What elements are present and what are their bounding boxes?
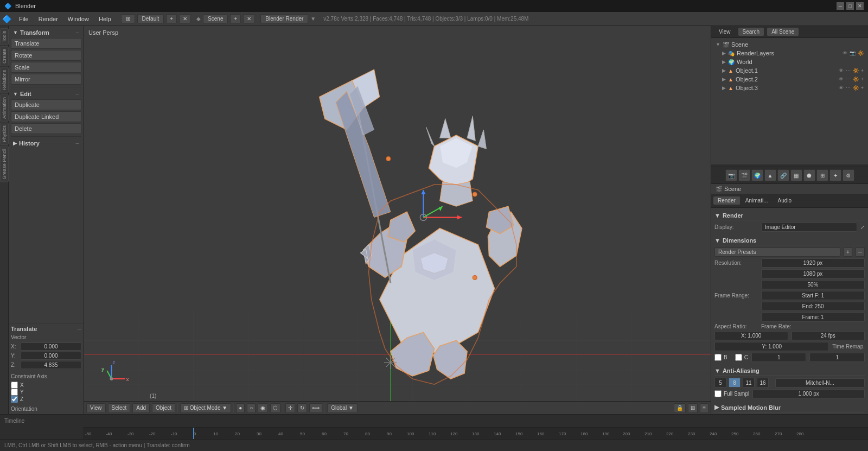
presets-add[interactable]: + bbox=[844, 247, 852, 257]
duplicate-button[interactable]: Duplicate bbox=[11, 99, 81, 110]
prop-icon-material[interactable]: ⬟ bbox=[803, 169, 815, 181]
prop-icon-scene[interactable]: 🎬 bbox=[738, 169, 750, 181]
viewport-shading-button[interactable]: ● bbox=[236, 403, 245, 413]
maximize-button[interactable]: □ bbox=[846, 2, 854, 10]
workspace-add[interactable]: + bbox=[166, 14, 177, 23]
transform-collapse[interactable]: ─ bbox=[76, 30, 79, 35]
full-sample-checkbox[interactable] bbox=[714, 390, 722, 397]
translate-collapse[interactable]: ─ bbox=[78, 326, 81, 332]
rl-camera[interactable]: 📷 bbox=[850, 50, 856, 56]
current-frame-field[interactable]: Frame: 1 bbox=[761, 313, 865, 322]
mode-selector[interactable]: ⊞ Object Mode ▼ bbox=[180, 403, 231, 413]
history-collapse[interactable]: ─ bbox=[76, 141, 79, 146]
side-tab-animation[interactable]: Animation bbox=[0, 94, 9, 122]
fps-field[interactable]: 24 fps bbox=[792, 331, 865, 340]
history-section-header[interactable]: ▶ History ─ bbox=[11, 139, 81, 148]
lock-icon-btn[interactable]: 🔒 bbox=[674, 403, 686, 413]
aa-filter-selector[interactable]: Mitchell-N... bbox=[775, 378, 865, 388]
side-tab-relations[interactable]: Relations bbox=[0, 67, 9, 93]
side-tab-create[interactable]: Create bbox=[0, 46, 9, 66]
rotate-manipulator[interactable]: ↻ bbox=[297, 403, 307, 413]
rl-render[interactable]: 🔆 bbox=[858, 50, 864, 56]
scale-button[interactable]: Scale bbox=[11, 62, 81, 73]
engine-selector[interactable]: Blender Render bbox=[260, 14, 308, 23]
side-tab-grease-pencil[interactable]: Grease Pencil bbox=[0, 146, 9, 182]
start-frame-field[interactable]: Start F: 1 bbox=[761, 291, 865, 300]
scene-add[interactable]: + bbox=[230, 14, 241, 23]
outliner-world[interactable]: ▶ 🌍 World bbox=[711, 58, 868, 66]
obj3-more[interactable]: ⋯ bbox=[846, 85, 851, 91]
motion-blur-header[interactable]: ▶ Sampled Motion Blur bbox=[714, 403, 865, 412]
side-tab-tools[interactable]: Tools bbox=[0, 28, 9, 45]
obj2-extra[interactable]: + bbox=[861, 77, 864, 82]
delete-button[interactable]: Delete bbox=[11, 123, 81, 134]
presets-remove[interactable]: ─ bbox=[856, 247, 865, 257]
outliner-object3[interactable]: ▶ ▲ Object.3 👁 ⋯ 🔆 + bbox=[711, 84, 868, 92]
obj1-render[interactable]: 🔆 bbox=[853, 68, 859, 73]
timeline[interactable]: -50 -40 -30 -20 -10 0 10 20 30 40 50 60 … bbox=[0, 427, 868, 439]
menu-file[interactable]: File bbox=[15, 15, 33, 23]
prop-icon-data[interactable]: ▦ bbox=[790, 169, 802, 181]
menu-render[interactable]: Render bbox=[34, 15, 62, 23]
asp-y-field[interactable]: Y: 1.000 bbox=[714, 342, 829, 351]
viewport-solid-button[interactable]: ◉ bbox=[258, 403, 268, 413]
tab-animate[interactable]: Animati... bbox=[741, 196, 773, 205]
image-editor-selector[interactable]: Image Editor bbox=[761, 223, 857, 232]
prop-icon-object[interactable]: ▲ bbox=[764, 169, 776, 181]
obj3-render[interactable]: 🔆 bbox=[853, 85, 859, 91]
minimize-button[interactable]: ─ bbox=[837, 2, 844, 10]
workspace-close[interactable]: ✕ bbox=[179, 14, 191, 23]
view-menu-button[interactable]: View bbox=[86, 403, 106, 413]
aa-5[interactable]: 5 bbox=[714, 378, 726, 388]
transform-section-header[interactable]: ▼ Transform ─ bbox=[11, 28, 81, 37]
splitter[interactable] bbox=[711, 164, 868, 167]
image-editor-arrow[interactable]: ⤢ bbox=[860, 225, 865, 230]
outliner-allscene-tab[interactable]: All Scene bbox=[767, 28, 799, 36]
obj3-extra[interactable]: + bbox=[861, 85, 864, 91]
transform-manipulator[interactable]: ✛ bbox=[285, 403, 295, 413]
menu-window[interactable]: Window bbox=[63, 15, 93, 23]
grid-btn[interactable]: ⊞ bbox=[688, 403, 698, 413]
tab-render[interactable]: Render bbox=[713, 196, 740, 205]
scene-name[interactable]: Scene bbox=[203, 14, 228, 23]
obj1-more[interactable]: ⋯ bbox=[846, 68, 851, 73]
res-pct-field[interactable]: 50% bbox=[761, 280, 865, 289]
scene-close[interactable]: ✕ bbox=[243, 14, 255, 23]
obj2-visibility[interactable]: 👁 bbox=[839, 77, 844, 82]
cx-checkbox[interactable] bbox=[11, 382, 18, 389]
add-menu-button[interactable]: Add bbox=[132, 403, 150, 413]
res-x-field[interactable]: 1920 px bbox=[761, 258, 865, 268]
vec-y-field[interactable]: 0.000 bbox=[21, 352, 81, 360]
rotate-button[interactable]: Rotate bbox=[11, 50, 81, 61]
obj1-visibility[interactable]: 👁 bbox=[839, 68, 844, 73]
viewport-texture-button[interactable]: ⬡ bbox=[270, 403, 280, 413]
duplicate-linked-button[interactable]: Duplicate Linked bbox=[11, 111, 81, 122]
scale-manipulator[interactable]: ⟺ bbox=[309, 403, 322, 413]
prop-icon-world[interactable]: 🌍 bbox=[751, 169, 763, 181]
obj1-extra[interactable]: + bbox=[861, 68, 864, 73]
asp-x-field[interactable]: X: 1.000 bbox=[714, 331, 788, 340]
outliner-scene[interactable]: ▼ 🎬 Scene bbox=[711, 40, 868, 49]
aa-11[interactable]: 11 bbox=[743, 378, 755, 388]
prop-icon-constraints[interactable]: 🔗 bbox=[777, 169, 789, 181]
global-toggle[interactable]: Global ▼ bbox=[327, 403, 358, 413]
aa-16[interactable]: 16 bbox=[757, 378, 769, 388]
vec-x-field[interactable]: 0.000 bbox=[21, 342, 81, 351]
edit-collapse[interactable]: ─ bbox=[76, 91, 79, 97]
outliner-object2[interactable]: ▶ ▲ Object.2 👁 ⋯ 🔆 + bbox=[711, 75, 868, 84]
render-presets-selector[interactable]: Render Presets bbox=[714, 247, 840, 257]
remap-1b-field[interactable]: 1 bbox=[809, 353, 865, 362]
c-checkbox[interactable] bbox=[735, 354, 742, 361]
outliner-object1[interactable]: ▶ ▲ Object.1 👁 ⋯ 🔆 + bbox=[711, 66, 868, 75]
rl-eye[interactable]: 👁 bbox=[843, 50, 847, 56]
end-frame-field[interactable]: End: 250 bbox=[761, 302, 865, 311]
tab-audio[interactable]: Audio bbox=[774, 196, 796, 205]
viewport[interactable]: User Persp bbox=[84, 26, 711, 414]
obj3-visibility[interactable]: 👁 bbox=[839, 85, 844, 91]
outliner-renderlayers[interactable]: ▶ 🎭 RenderLayers 👁 📷 🔆 bbox=[711, 49, 868, 58]
menu-help[interactable]: Help bbox=[94, 15, 116, 23]
timeline-ruler[interactable]: -50 -40 -30 -20 -10 0 10 20 30 40 50 60 … bbox=[84, 427, 868, 439]
b-checkbox[interactable] bbox=[714, 354, 722, 361]
cz-checkbox[interactable] bbox=[11, 396, 18, 403]
full-sample-val[interactable]: 1.000 px bbox=[752, 389, 865, 398]
